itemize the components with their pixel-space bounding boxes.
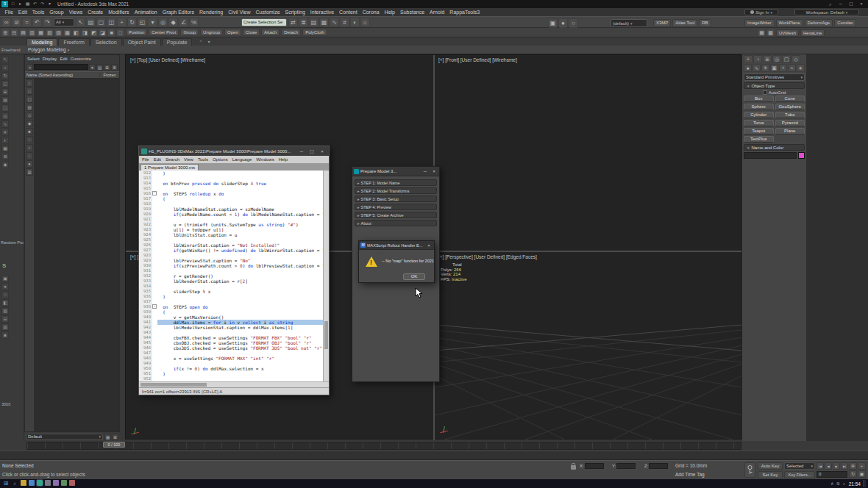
dialog-minimize-button[interactable]: ─ [421,169,429,173]
window-crossing-icon[interactable]: ◫ [107,18,116,27]
dock-tool-22-icon[interactable]: ■ [1,331,9,339]
tool-8-icon[interactable]: ▩ [63,29,71,37]
previous-frame-icon[interactable]: ◀ [825,462,832,470]
notification-center-button[interactable] [863,480,866,487]
explorer-tool-5-icon[interactable]: ◇ [26,112,33,119]
selected-set-combo[interactable]: Selected [784,462,815,470]
atlas-tool-button[interactable]: Atlas Tool [672,19,697,27]
hierarchy-icon[interactable]: ≣ [763,55,772,63]
volume-icon[interactable]: ♪ [842,480,847,487]
ribbon-tab-selection[interactable]: Selection [90,38,122,46]
horizontal-scrollbar[interactable] [139,381,329,387]
menu-select[interactable]: Select [27,57,40,61]
clock[interactable]: 21:54 [849,481,861,487]
rollout-step-1-model-name[interactable]: STEP 1: Model Name [355,179,437,186]
track-bar[interactable] [0,451,868,460]
dock-tool-5-icon[interactable]: ⊞ [1,88,9,96]
code-line-924[interactable]: 924 lblUnitsStat.caption = u [139,232,323,237]
space-warps-icon[interactable]: ≈ [788,64,796,72]
ribbon-tab-object-paint[interactable]: Object Paint [123,38,161,46]
fold-margin[interactable]: − [152,304,157,309]
dock-tool-4-icon[interactable]: ◱ [1,80,9,87]
tool-10-icon[interactable]: ◨ [81,29,89,37]
menu-edit[interactable]: Edit [154,157,161,162]
menu-windows[interactable]: Windows [256,157,274,162]
clear-search-icon[interactable]: × [26,64,33,71]
auto-key-button[interactable]: Auto Key [758,462,783,470]
x3mp-button[interactable]: X3MP [653,19,671,27]
sign-in-button[interactable]: Sign In [744,9,778,15]
ungroup-button[interactable]: Ungroup [200,29,223,36]
menu-edit[interactable]: Edit [15,10,29,15]
teapot-button[interactable]: Teapot [744,128,774,134]
code-line-928[interactable]: 928 [139,253,323,258]
code-line-914[interactable]: 914 on btnPrev pressed do sliderStep 4 t… [139,181,323,186]
editor-maximize-button[interactable]: ▢ [307,148,316,154]
explorer-tool-1-icon[interactable]: ○ [26,79,33,87]
motion-icon[interactable]: ◎ [772,55,781,63]
object-category-combo[interactable]: Standard Primitives [744,73,805,81]
orbit-icon[interactable]: ↻ [849,470,857,478]
explorer-tool-2-icon[interactable]: □ [26,87,33,95]
rollout-step-5-create-archive[interactable]: STEP 5: Create Archive [355,212,437,218]
taskbar-search-icon[interactable] [12,480,18,487]
code-line-952[interactable]: 952 [139,376,323,381]
tool-12-icon[interactable]: ◪ [99,29,107,37]
menu-interactive[interactable]: Interactive [307,10,336,15]
center-pivot-button[interactable]: Center Pivot [149,29,179,36]
frozen-column-header[interactable]: Frozen [100,73,119,77]
go-to-end-icon[interactable]: ▶| [841,462,848,470]
dock-tool-16-icon[interactable]: ● [1,283,9,290]
code-line-933[interactable]: 933 lblRenderStat.caption = r[2] [139,279,323,284]
dock-tool-14-icon[interactable]: ◆ [1,161,9,168]
menu-corona[interactable]: Corona [360,10,382,15]
redo-icon[interactable]: ↷ [43,18,52,27]
code-line-930[interactable]: 930 if(szPreviewPath.count > 0) do lblPr… [139,263,323,268]
tray-chevron-icon[interactable]: ∧ [830,480,835,487]
display-icon[interactable]: ▢ [782,55,791,63]
minimize-ribbon-icon[interactable]: ^ [197,39,204,45]
menu-civil-view[interactable]: Civil View [226,10,253,15]
error-title-bar[interactable]: M MAXScript Rollout Handler E... × [359,241,434,250]
z-coordinate-field[interactable] [649,463,668,469]
menu-modifiers[interactable]: Modifiers [106,10,132,15]
rb-button[interactable]: RB [699,19,711,27]
app-5-taskbar-button[interactable] [53,480,59,486]
code-line-922[interactable]: 922 u = (trimLeft (units.SystemType as s… [139,222,323,227]
toggle-layer-explorer-icon[interactable]: ▤ [309,18,319,27]
error-close-button[interactable]: × [425,243,433,248]
mirror-icon[interactable]: ⇄ [288,18,298,27]
code-line-917[interactable]: 917 ( [139,196,323,201]
search-filter-icon[interactable]: ▾ [89,64,96,71]
uvmesh-button[interactable]: UVMesh [776,29,799,37]
textplus-button[interactable]: TextPlus [744,136,774,143]
close-button[interactable]: × [856,1,867,7]
cone-button[interactable]: Cone [775,96,805,102]
code-line-919[interactable]: 919 lblModelNameStat.caption = szModelNa… [139,207,323,212]
set-keys-button[interactable] [744,462,755,478]
render-setup-icon[interactable]: ☼ [360,18,370,27]
default-track-combo[interactable]: Default [26,434,103,440]
rectangular-selection-region-icon[interactable]: ▢ [96,18,106,27]
code-line-913[interactable]: 913 [139,176,323,181]
dialog-title-bar[interactable]: Prepare Model 3... ─ × [352,167,439,176]
menu-options[interactable]: Options [213,157,228,162]
menu-graph-editors[interactable]: Graph Editors [160,10,196,15]
time-slider-handle[interactable]: 0 / 100 [103,442,125,448]
dock-tool-3-icon[interactable]: ↻ [1,72,9,79]
select-and-move-icon[interactable]: + [117,18,127,27]
time-slider-track[interactable] [26,442,741,450]
code-line-923[interactable]: 923 u[1] = toUpper u[1] [139,227,323,232]
autogrid-checkbox[interactable] [763,90,767,95]
select-and-rotate-icon[interactable]: ↻ [127,18,137,27]
y-coordinate-field[interactable] [616,463,636,469]
rendered-frame-window-icon[interactable]: ▣ [548,18,558,28]
lights-icon[interactable]: ☀ [761,64,769,72]
menu-help[interactable]: Help [382,10,397,15]
named-selection-set-combo[interactable]: Create Selection Se [241,18,287,26]
vertical-scrollbar[interactable] [323,171,329,381]
tool-1-icon[interactable]: ⊞ [1,29,10,37]
explorer-tool-7-icon[interactable]: ■ [26,128,33,135]
code-line-945[interactable]: 945 cbxOBJ.checked = useSettings "FORMAT… [139,340,323,345]
viewport-label-front[interactable]: [+] [Front] [User Defined] [Wireframe] [438,57,517,62]
